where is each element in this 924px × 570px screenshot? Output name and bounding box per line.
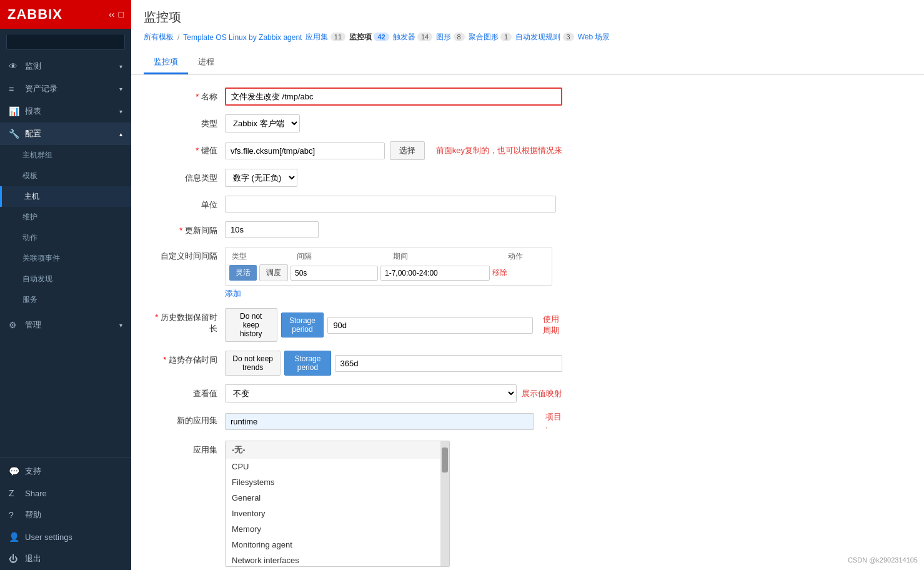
- show-mapping-link[interactable]: 展示值映射: [522, 388, 562, 399]
- unit-control: [225, 196, 562, 212]
- newapp-input[interactable]: [225, 413, 534, 430]
- sidebar-sub-correlation[interactable]: 关联项事件: [0, 248, 131, 269]
- arrow-icon: ▾: [119, 63, 122, 70]
- tab-process[interactable]: 进程: [188, 51, 224, 74]
- app-dropdown-list: -无-CPUFilesystemsGeneralInventoryMemoryM…: [226, 441, 440, 566]
- share-icon: Z: [9, 488, 20, 498]
- remove-link[interactable]: 移除: [492, 268, 507, 278]
- app-option-7[interactable]: Network interfaces: [226, 552, 440, 566]
- history-storage-btn[interactable]: Storage period: [281, 312, 324, 338]
- trend-label: 趋势存储时间: [150, 351, 225, 366]
- arrow-icon: ▴: [119, 131, 122, 138]
- sub-label: 主机: [24, 191, 39, 202]
- name-row: 名称: [150, 88, 905, 106]
- type-row: 类型 Zabbix 客户端: [150, 114, 905, 132]
- breadcrumb-sep1: /: [177, 33, 179, 42]
- sidebar-sub-discovery[interactable]: 自动发现: [0, 269, 131, 289]
- sidebar-sub-template[interactable]: 模板: [0, 166, 131, 186]
- sidebar-item-user[interactable]: 👤 User settings: [0, 526, 131, 548]
- schedule-button[interactable]: 调度: [259, 264, 288, 281]
- app-control: -无-CPUFilesystemsGeneralInventoryMemoryM…: [225, 441, 562, 567]
- breadcrumb-triggers[interactable]: 触发器 14: [393, 32, 433, 42]
- sidebar-item-share[interactable]: Z Share: [0, 482, 131, 504]
- flexible-button[interactable]: 灵活: [229, 265, 257, 281]
- interval-control: [225, 221, 562, 238]
- sidebar-sub-service[interactable]: 服务: [0, 289, 131, 310]
- key-input[interactable]: [225, 142, 385, 159]
- user-icon: 👤: [9, 532, 20, 542]
- sidebar-item-monitor[interactable]: 👁 监测 ▾: [0, 55, 131, 78]
- dropdown-list-area: -无-CPUFilesystemsGeneralInventoryMemoryM…: [226, 441, 440, 566]
- add-interval-link[interactable]: 添加: [225, 288, 241, 299]
- sidebar-item-label: 配置: [25, 128, 41, 139]
- viewvalue-select[interactable]: 不变: [225, 384, 517, 402]
- trend-row: 趋势存储时间 Do not keep trends Storage period: [150, 351, 905, 376]
- interval-header: 类型 间隔 期间 动作: [229, 251, 548, 262]
- asset-icon: ≡: [9, 84, 20, 94]
- breadcrumb-appset[interactable]: 应用集 11: [306, 32, 345, 42]
- sidebar-item-help[interactable]: ? 帮助: [0, 504, 131, 526]
- app-option-6[interactable]: Monitoring agent: [226, 537, 440, 552]
- trend-no-keep-btn[interactable]: Do not keep trends: [225, 351, 281, 376]
- collapse-icon[interactable]: ‹‹: [109, 9, 114, 19]
- app-label: 应用集: [150, 441, 225, 456]
- sidebar-item-config[interactable]: 🔧 配置 ▴: [0, 122, 131, 145]
- breadcrumb-discovery-rules[interactable]: 自动发现规则 3: [515, 32, 574, 42]
- type-select[interactable]: Zabbix 客户端: [225, 114, 300, 132]
- breadcrumb-all-templates[interactable]: 所有模板: [144, 32, 174, 42]
- tab-items[interactable]: 监控项: [144, 51, 188, 74]
- trend-value-input[interactable]: [335, 355, 562, 372]
- unit-input[interactable]: [225, 196, 556, 212]
- app-option-0[interactable]: -无-: [226, 441, 440, 459]
- key-row: 键值 选择 前面key复制的，也可以根据情况来: [150, 141, 905, 160]
- sidebar-sub-action[interactable]: 动作: [0, 228, 131, 248]
- view-value-row: 不变 展示值映射: [225, 384, 562, 402]
- breadcrumb-template-name[interactable]: Template OS Linux by Zabbix agent: [183, 33, 302, 42]
- expand-icon[interactable]: □: [119, 9, 124, 19]
- app-option-1[interactable]: CPU: [226, 459, 440, 474]
- sidebar-item-label: 报表: [25, 106, 41, 117]
- sidebar-sub-host[interactable]: 主机: [0, 186, 131, 207]
- interval-label: 更新间隔: [150, 221, 225, 236]
- trend-storage-row: Do not keep trends Storage period: [225, 351, 562, 376]
- app-option-2[interactable]: Filesystems: [226, 474, 440, 490]
- period-value-input[interactable]: [380, 266, 490, 281]
- trend-control: Do not keep trends Storage period: [225, 351, 562, 376]
- sidebar: ZABBIX ‹‹ □ 👁 监测 ▾ ≡ 资产记录 ▾ 📊 报表 ▾ 🔧 配置 …: [0, 0, 131, 570]
- dropdown-scrollbar[interactable]: [440, 441, 449, 566]
- history-storage-row: Do not keep history Storage period 使用周期: [225, 308, 562, 342]
- breadcrumb-items[interactable]: 监控项 42: [349, 32, 389, 42]
- logo-text: ZABBIX: [7, 6, 62, 22]
- trend-storage-btn[interactable]: Storage period: [284, 351, 330, 376]
- viewvalue-row: 查看值 不变 展示值映射: [150, 384, 905, 402]
- sub-label: 动作: [22, 232, 37, 243]
- sidebar-item-report[interactable]: 📊 报表 ▾: [0, 100, 131, 122]
- key-input-row: 选择 前面key复制的，也可以根据情况来: [225, 141, 562, 160]
- app-option-4[interactable]: Inventory: [226, 506, 440, 521]
- sidebar-sub-maintenance[interactable]: 维护: [0, 207, 131, 228]
- sidebar-item-manage[interactable]: ⚙ 管理 ▾: [0, 314, 131, 336]
- interval-input[interactable]: [225, 221, 319, 238]
- col-action: 动作: [508, 251, 545, 262]
- interval-value-input[interactable]: [291, 266, 378, 281]
- sidebar-sub-hostgroup[interactable]: 主机群组: [0, 145, 131, 166]
- key-annotation: 前面key复制的，也可以根据情况来: [436, 145, 562, 156]
- breadcrumb-web[interactable]: Web 场景: [578, 32, 610, 42]
- name-input[interactable]: [225, 88, 562, 106]
- infotype-select[interactable]: 数字 (无正负): [225, 169, 297, 187]
- app-option-3[interactable]: General: [226, 490, 440, 506]
- history-value-input[interactable]: [327, 317, 533, 334]
- sidebar-item-asset[interactable]: ≡ 资产记录 ▾: [0, 78, 131, 100]
- sidebar-item-logout[interactable]: ⏻ 退出: [0, 548, 131, 570]
- breadcrumb-aggregate[interactable]: 聚合图形 1: [469, 32, 512, 42]
- col-interval: 间隔: [297, 251, 390, 262]
- history-no-keep-btn[interactable]: Do not keep history: [225, 308, 277, 342]
- key-select-button[interactable]: 选择: [390, 141, 425, 160]
- support-icon: 💬: [9, 466, 20, 476]
- newapp-hint: 项目·: [545, 411, 562, 432]
- search-input[interactable]: [6, 34, 125, 50]
- sidebar-item-support[interactable]: 💬 支持: [0, 460, 131, 482]
- breadcrumb-graphs[interactable]: 图形 8: [436, 32, 464, 42]
- app-option-5[interactable]: Memory: [226, 521, 440, 537]
- sub-label: Share: [25, 489, 47, 498]
